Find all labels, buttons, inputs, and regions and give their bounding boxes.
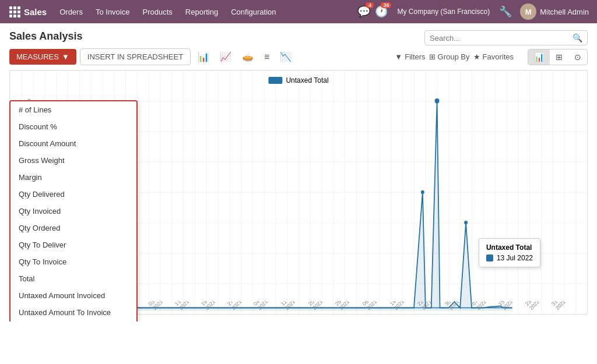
menu-to-invoice[interactable]: To Invoice [90, 3, 136, 21]
svg-point-13 [464, 221, 468, 224]
legend-label: Untaxed Total [286, 76, 328, 84]
settings-icon[interactable]: 🔧 [499, 5, 512, 18]
x-label: 14 Dec 2021 [389, 301, 416, 311]
search-bar[interactable]: 🔍 [424, 30, 588, 45]
discuss-icon[interactable]: 💬 4 [357, 5, 370, 18]
messages-badge: 4 [366, 2, 374, 8]
activity-badge: 36 [381, 2, 391, 8]
chevron-down-icon: ▼ [62, 52, 69, 61]
insert-spreadsheet-button[interactable]: INSERT IN SPREADSHEET [80, 48, 191, 65]
measure-untaxed-invoiced[interactable]: Untaxed Amount Invoiced [10, 287, 136, 304]
chart-legend: Untaxed Total [268, 76, 328, 84]
x-label: 12 Nov 2021 [280, 301, 307, 311]
svg-point-12 [421, 190, 424, 194]
measure-untaxed-total[interactable]: ✓ Untaxed Total [10, 321, 136, 321]
measure-qty-to-invoice[interactable]: Qty To Invoice [10, 253, 136, 270]
star-icon: ★ [473, 52, 480, 61]
measures-button[interactable]: MEASURES ▼ [9, 49, 76, 65]
menu-products[interactable]: Products [136, 3, 178, 21]
line-chart-icon[interactable]: 📈 [216, 49, 235, 65]
favorites-button[interactable]: ★ Favorites [473, 52, 514, 61]
activity-icon[interactable]: 🕐 36 [375, 5, 388, 18]
x-label: 30 Dec 2021 [444, 301, 471, 311]
measure-qty-invoiced[interactable]: Qty Invoiced [10, 203, 136, 220]
measure-total-label: Total [19, 274, 34, 283]
user-name: Mitchell Admin [540, 8, 589, 16]
pie-chart-icon[interactable]: 🥧 [238, 49, 257, 65]
measure-qty-delivered[interactable]: Qty Delivered [10, 186, 136, 203]
measure-discount-pct-label: Discount % [19, 122, 57, 131]
measure-discount-pct[interactable]: Discount % [10, 118, 136, 135]
view-mode-selector: 📊 ⊞ ⊙ [528, 49, 588, 65]
toolbar: MEASURES ▼ INSERT IN SPREADSHEET 📊 📈 🥧 ≡… [9, 48, 588, 65]
measure-margin-label: Margin [19, 173, 42, 182]
legend-color-swatch [268, 77, 282, 84]
x-label: 31 Jan 2022 [550, 301, 577, 311]
measure-margin[interactable]: Margin [10, 169, 136, 186]
tooltip-row: 13 Jul 2022 [486, 254, 533, 262]
favorites-label: Favorites [483, 52, 514, 61]
measure-gross-weight[interactable]: Gross Weight [10, 152, 136, 169]
menu-orders[interactable]: Orders [54, 3, 89, 21]
measures-label: MEASURES [16, 52, 59, 61]
measure-qty-ordered-label: Qty Ordered [19, 224, 61, 232]
measure-discount-amount[interactable]: Discount Amount [10, 135, 136, 152]
measure-qty-to-deliver-label: Qty To Deliver [19, 241, 66, 249]
filters-button[interactable]: ▼ Filters [395, 52, 425, 61]
menu-configuration[interactable]: Configuration [225, 3, 282, 21]
x-label: 03 Oct 2021 [147, 301, 174, 311]
x-label: 19 Oct 2021 [200, 301, 227, 311]
search-icon[interactable]: 🔍 [573, 33, 582, 43]
filter-icon: ▼ [395, 52, 402, 61]
measure-total[interactable]: Total [10, 270, 136, 287]
x-label: 06 Dec 2021 [361, 301, 389, 311]
x-label: 28 Nov 2021 [334, 301, 361, 311]
measures-dropdown: # of Lines Discount % Discount Amount Gr… [9, 100, 138, 321]
measure-untaxed-to-invoice[interactable]: Untaxed Amount To Invoice [10, 304, 136, 321]
groupby-button[interactable]: ⊞ Group By [429, 52, 470, 61]
stacked-chart-icon[interactable]: ≡ [261, 50, 273, 65]
x-label: 23 Jan 2022 [524, 301, 551, 311]
x-label: 11 Oct 2021 [174, 301, 201, 311]
x-label: 22 Dec 2021 [416, 301, 444, 311]
chart-tooltip: Untaxed Total 13 Jul 2022 [479, 238, 540, 267]
measure-untaxed-to-invoice-label: Untaxed Amount To Invoice [19, 308, 111, 317]
x-label: 07 Jan 2022 [471, 301, 498, 311]
user-menu[interactable]: M Mitchell Admin [517, 3, 592, 20]
app-name: Sales [24, 7, 47, 17]
menu-reporting[interactable]: Reporting [180, 3, 224, 21]
chart-view-button[interactable]: 📊 [528, 50, 550, 65]
tooltip-color-swatch [486, 255, 493, 261]
measure-qty-ordered[interactable]: Qty Ordered [10, 220, 136, 236]
x-label: 04 Nov 2021 [252, 301, 280, 311]
groupby-label: Group By [438, 52, 470, 61]
measure-discount-amount-label: Discount Amount [19, 139, 76, 148]
app-logo[interactable]: Sales [5, 6, 51, 17]
measure-qty-delivered-label: Qty Delivered [19, 190, 65, 199]
tooltip-date: 13 Jul 2022 [497, 254, 533, 262]
groupby-icon: ⊞ [429, 52, 436, 61]
company-name[interactable]: My Company (San Francisco) [392, 8, 494, 16]
top-menu: Orders To Invoice Products Reporting Con… [54, 3, 282, 21]
measure-untaxed-invoiced-label: Untaxed Amount Invoiced [19, 291, 105, 300]
tooltip-title: Untaxed Total [486, 243, 533, 252]
area-chart-icon[interactable]: 📉 [276, 49, 295, 65]
top-navigation: Sales Orders To Invoice Products Reporti… [0, 0, 597, 23]
measure-qty-to-deliver[interactable]: Qty To Deliver [10, 236, 136, 253]
avatar: M [520, 3, 536, 20]
measure-lines[interactable]: # of Lines [10, 101, 136, 118]
table-view-button[interactable]: ⊞ [550, 50, 568, 65]
x-label: 15 Jan 2022 [497, 301, 524, 311]
measure-qty-to-invoice-label: Qty To Invoice [19, 257, 66, 266]
grid-icon [9, 6, 20, 17]
topnav-icons: 💬 4 🕐 36 My Company (San Francisco) 🔧 M … [357, 3, 592, 20]
x-label: 20 Nov 2021 [307, 301, 335, 311]
search-input[interactable] [430, 34, 573, 43]
measure-qty-invoiced-label: Qty Invoiced [19, 207, 61, 215]
bar-chart-icon[interactable]: 📊 [194, 49, 213, 65]
svg-point-11 [435, 98, 440, 103]
pivot-view-button[interactable]: ⊙ [568, 50, 587, 65]
filters-label: Filters [405, 52, 425, 61]
x-label: 27 Oct 2021 [226, 301, 253, 311]
measure-gross-weight-label: Gross Weight [19, 156, 65, 165]
